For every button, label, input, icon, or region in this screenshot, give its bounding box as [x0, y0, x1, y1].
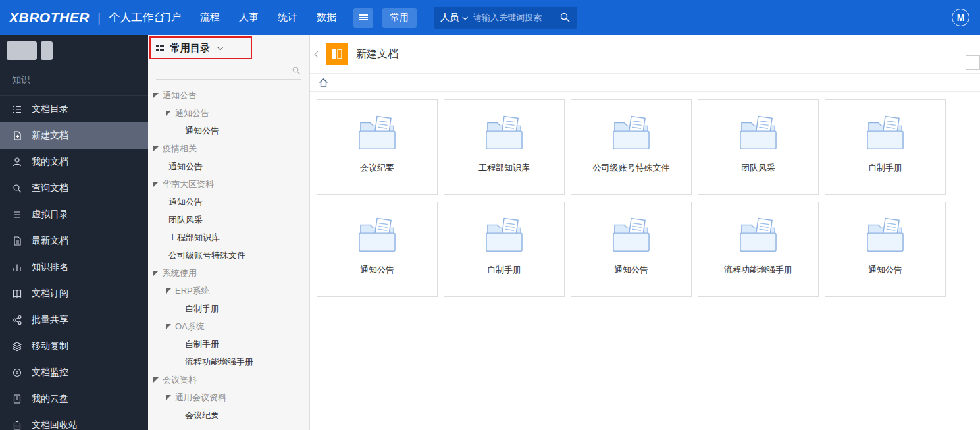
- chevron-down-icon[interactable]: [217, 45, 222, 50]
- sidebar-item-latest-documents[interactable]: 最新文档: [0, 228, 148, 254]
- sidebar-item-label: 文档监控: [32, 367, 68, 379]
- expand-triangle-icon[interactable]: [153, 271, 159, 276]
- folder-card[interactable]: 流程功能增强手册: [698, 202, 819, 297]
- chevron-down-icon: [462, 14, 467, 20]
- brand-suffix: 个人工作台: [109, 10, 165, 25]
- folder-card[interactable]: 团队风采: [698, 99, 819, 195]
- sidebar-item-knowledge-ranking[interactable]: 知识排名: [0, 254, 148, 281]
- expand-triangle-icon[interactable]: [166, 395, 171, 400]
- nav-workflow[interactable]: 流程: [200, 11, 220, 24]
- tree-node-label: 华南大区资料: [163, 178, 214, 190]
- tree-node[interactable]: OA系统: [148, 317, 309, 335]
- sidebar-item-recycle-bin[interactable]: 文档回收站: [0, 412, 148, 430]
- sidebar-item-doc-subscription[interactable]: 文档订阅: [0, 281, 148, 307]
- corner-button[interactable]: [966, 55, 980, 70]
- expand-triangle-icon[interactable]: [153, 146, 159, 151]
- folder-card-label: 自制手册: [864, 162, 906, 174]
- sidebar-item-label: 文档目录: [32, 103, 68, 115]
- menu-button[interactable]: [353, 8, 373, 28]
- sidebar-item-search-documents[interactable]: 查询文档: [0, 175, 148, 202]
- nav-data[interactable]: 数据: [317, 11, 336, 24]
- nav-portal[interactable]: 门户: [161, 11, 181, 24]
- folder-card[interactable]: 通知公告: [317, 202, 438, 297]
- sidebar-item-my-cloud-drive[interactable]: 我的云盘: [0, 386, 148, 412]
- tree-node[interactable]: 华南大区资料: [148, 175, 309, 193]
- tree-panel-header[interactable]: 常用目录: [148, 35, 309, 61]
- sidebar-item-doc-catalog[interactable]: 文档目录: [0, 96, 148, 122]
- tree-node[interactable]: 会议纪要: [148, 406, 309, 424]
- tree-node[interactable]: 通知公告: [148, 157, 309, 175]
- tree-node-label: 通知公告: [185, 125, 219, 137]
- tree-node[interactable]: 通知公告: [148, 122, 309, 140]
- top-bar: XBROTHER ｜ 个人工作台 门户 流程 人事 统计 数据 常用 人员 M: [0, 0, 980, 35]
- tree-node-label: 疫情相关: [163, 143, 197, 155]
- tree-panel-title: 常用目录: [170, 42, 210, 55]
- sidebar-item-label: 移动复制: [32, 340, 68, 352]
- tree-node[interactable]: 系统使用: [148, 264, 309, 282]
- tree-node[interactable]: 自制手册: [148, 300, 309, 317]
- tree-node[interactable]: 通知公告: [148, 86, 309, 104]
- expand-triangle-icon[interactable]: [153, 93, 159, 98]
- expand-triangle-icon[interactable]: [166, 288, 171, 294]
- folder-card-label: 工程部知识库: [475, 162, 534, 174]
- search-icon: [12, 183, 22, 194]
- sidebar-section-knowledge: 知识: [0, 67, 148, 96]
- tree-node[interactable]: 工程部知识库: [148, 228, 309, 246]
- folder-icon: [484, 217, 525, 256]
- tree-node-label: 通知公告: [175, 107, 209, 119]
- tree-node[interactable]: 会议资料: [148, 371, 309, 389]
- frequent-button[interactable]: 常用: [382, 8, 417, 28]
- tree-node[interactable]: 流程功能增强手册: [148, 353, 309, 371]
- tree-node-label: 自制手册: [185, 303, 219, 315]
- expand-triangle-icon[interactable]: [153, 377, 159, 383]
- folder-card-label: 团队风采: [737, 162, 779, 174]
- tree-search-input[interactable]: [156, 66, 292, 76]
- sidebar-item-batch-share[interactable]: 批量共享: [0, 307, 148, 333]
- nav-statistics[interactable]: 统计: [278, 11, 297, 24]
- tree-node[interactable]: 公司级账号特殊文件: [148, 246, 309, 264]
- tree-node[interactable]: 自制手册: [148, 335, 309, 353]
- sidebar-item-virtual-catalog[interactable]: 虚拟目录: [0, 202, 148, 228]
- tree-node-label: 工程部知识库: [168, 232, 220, 244]
- tree-node[interactable]: 团队风采: [148, 211, 309, 228]
- sidebar-item-label: 我的云盘: [32, 393, 68, 405]
- folder-card[interactable]: 通知公告: [825, 202, 946, 297]
- user-badge[interactable]: M: [952, 9, 969, 26]
- tree-node[interactable]: 通知公告: [148, 104, 309, 122]
- folder-card[interactable]: 自制手册: [825, 99, 946, 195]
- sidebar-item-doc-monitor[interactable]: 文档监控: [0, 360, 148, 386]
- tree-node[interactable]: ERP系统: [148, 282, 309, 300]
- tree-node-label: 流程功能增强手册: [185, 356, 253, 368]
- brand-logo[interactable]: XBROTHER ｜ 个人工作台: [0, 10, 148, 26]
- sidebar-item-new-document[interactable]: 新建文档: [0, 122, 148, 149]
- search-scope-dropdown[interactable]: 人员: [440, 12, 467, 24]
- expand-triangle-icon[interactable]: [166, 111, 171, 116]
- search-icon[interactable]: [559, 12, 571, 23]
- collapse-panel-button[interactable]: [313, 52, 322, 57]
- sidebar-item-move-copy[interactable]: 移动复制: [0, 333, 148, 360]
- folder-card[interactable]: 通知公告: [571, 202, 692, 297]
- home-icon[interactable]: [318, 77, 329, 88]
- tree-node[interactable]: 通用会议资料: [148, 389, 309, 406]
- global-search-input[interactable]: [473, 13, 559, 22]
- folder-card[interactable]: 自制手册: [444, 202, 565, 297]
- search-icon[interactable]: [292, 66, 301, 76]
- tree-node[interactable]: 通知公告: [148, 193, 309, 211]
- tree-node[interactable]: 疫情相关: [148, 140, 309, 157]
- tree-node-label: 系统使用: [163, 267, 197, 279]
- folder-card-label: 公司级账号特殊文件: [589, 162, 674, 174]
- book-icon: [12, 288, 22, 299]
- nav-hr[interactable]: 人事: [239, 11, 259, 24]
- folder-card[interactable]: 公司级账号特殊文件: [571, 99, 692, 195]
- folder-card-label: 通知公告: [356, 264, 398, 276]
- expand-triangle-icon[interactable]: [166, 324, 171, 329]
- catalog-grid-icon: [155, 43, 165, 53]
- sidebar-item-my-documents[interactable]: 我的文档: [0, 149, 148, 175]
- cloud-drive-icon: [12, 394, 22, 404]
- folder-card[interactable]: 会议纪要: [317, 99, 438, 195]
- tree-node-label: 通知公告: [168, 161, 203, 173]
- expand-triangle-icon[interactable]: [153, 182, 159, 187]
- folder-card[interactable]: 工程部知识库: [444, 99, 565, 195]
- tree-node-label: 会议纪要: [185, 410, 219, 421]
- monitor-icon: [12, 367, 22, 378]
